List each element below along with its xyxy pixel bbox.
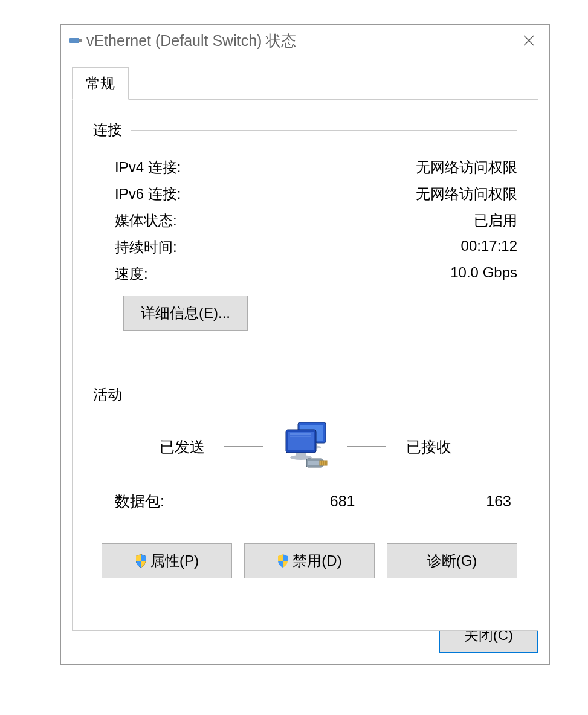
received-label: 已接收 [398,437,459,457]
sent-label: 已发送 [152,437,212,457]
disable-button[interactable]: 禁用(D) [244,543,375,578]
activity-section: 活动 已发送 [93,385,517,578]
packets-label: 数据包: [115,491,236,511]
details-button[interactable]: 详细信息(E)... [123,296,248,331]
activity-line [347,446,386,447]
details-button-row: 详细信息(E)... [93,296,517,331]
activity-header: 活动 [93,385,517,404]
duration-value: 00:17:12 [461,238,517,257]
speed-label: 速度: [115,264,148,283]
packets-received-value: 163 [392,493,518,510]
diagnose-button[interactable]: 诊断(G) [387,543,517,578]
ipv6-value: 无网络访问权限 [416,184,517,204]
media-label: 媒体状态: [115,211,177,230]
shield-icon [277,554,289,568]
duration-row: 持续时间: 00:17:12 [93,234,517,260]
ipv4-row: IPv4 连接: 无网络访问权限 [93,154,517,181]
properties-label: 属性(P) [150,551,199,571]
close-icon[interactable] [517,28,541,53]
ipv4-value: 无网络访问权限 [416,158,517,177]
action-buttons: 属性(P) 禁用(D) 诊断(G) [93,543,517,578]
media-value: 已启用 [474,211,517,230]
activity-line [224,446,263,447]
diagnose-label: 诊断(G) [427,551,477,571]
shield-icon [135,554,147,568]
speed-value: 10.0 Gbps [450,264,517,283]
network-computers-icon [275,422,335,471]
network-adapter-icon [69,36,82,45]
speed-row: 速度: 10.0 Gbps [93,260,517,287]
tab-strip: 常规 [61,56,549,100]
tab-content: 连接 IPv4 连接: 无网络访问权限 IPv6 连接: 无网络访问权限 媒体状… [72,99,538,631]
packets-sent-value: 681 [236,493,392,510]
media-row: 媒体状态: 已启用 [93,207,517,234]
network-status-dialog: vEthernet (Default Switch) 状态 常规 连接 IPv4… [60,24,550,665]
titlebar: vEthernet (Default Switch) 状态 [61,25,549,56]
connection-header: 连接 [93,120,517,140]
tab-general[interactable]: 常规 [72,67,129,100]
svg-rect-0 [69,38,79,43]
svg-rect-1 [79,39,82,42]
divider [131,130,517,131]
properties-button[interactable]: 属性(P) [102,543,232,578]
packets-row: 数据包: 681 163 [93,489,517,513]
ipv4-label: IPv4 连接: [115,158,181,177]
window-title: vEthernet (Default Switch) 状态 [86,31,517,51]
activity-title: 活动 [93,385,122,404]
divider [131,395,517,395]
ipv6-row: IPv6 连接: 无网络访问权限 [93,181,517,207]
connection-title: 连接 [93,120,122,140]
ipv6-label: IPv6 连接: [115,184,181,204]
duration-label: 持续时间: [115,238,177,257]
svg-rect-9 [288,432,314,450]
activity-visual: 已发送 [93,422,517,471]
disable-label: 禁用(D) [292,551,341,571]
